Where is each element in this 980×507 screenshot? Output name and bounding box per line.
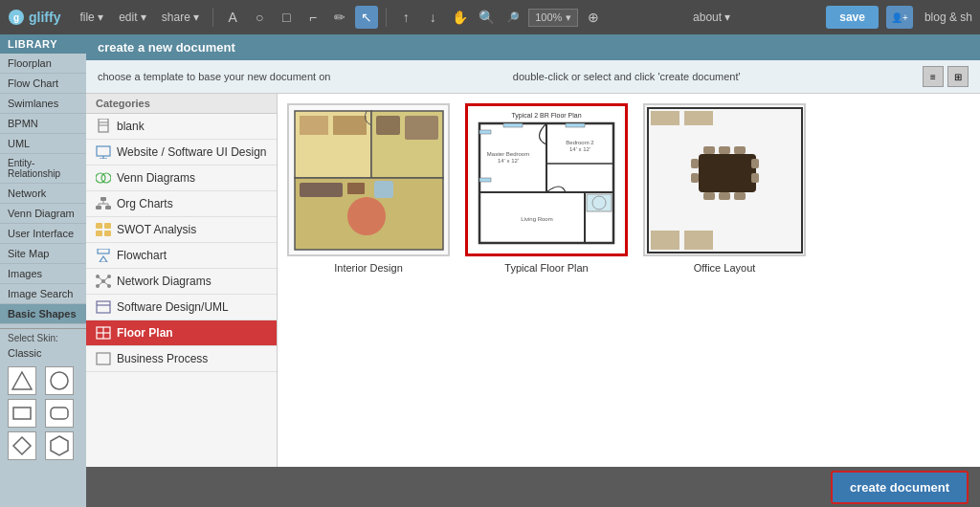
svg-rect-71 [503,123,523,127]
sidebar-item-imagesearch[interactable]: Image Search [0,284,86,304]
subtext-right: double-click or select and click 'create… [513,71,741,82]
move-down-btn[interactable]: ↓ [421,6,444,29]
svg-point-50 [347,197,386,235]
cat-blank-label: blank [117,120,145,133]
svg-rect-27 [98,249,109,254]
cat-uml-label: Software Design/UML [117,300,229,314]
cat-blank[interactable]: blank [86,114,277,140]
sidebar-item-swimlanes[interactable]: Swimlanes [0,94,86,114]
sidebar-item-basicshapes[interactable]: Basic Shapes [0,304,86,324]
ellipse-tool[interactable]: ○ [248,6,271,29]
shape-grid [0,361,86,466]
pan-tool[interactable]: ✋ [448,6,471,29]
grid-view-btn[interactable]: ⊞ [947,66,969,87]
cat-flowchart[interactable]: Flowchart [86,243,277,269]
rect-tool[interactable]: □ [275,6,298,29]
subtext-left: choose a template to base your new docum… [98,71,330,82]
svg-rect-70 [479,178,491,182]
svg-text:Master Bedroom: Master Bedroom [487,151,529,157]
cat-business[interactable]: Business Process [86,346,277,372]
svg-rect-18 [105,206,111,209]
sidebar-item-venn[interactable]: Venn Diagram [0,204,86,224]
sidebar-item-flowchart[interactable]: Flow Chart [0,74,86,94]
share-menu[interactable]: share ▾ [156,9,205,26]
sidebar-item-images[interactable]: Images [0,264,86,284]
cat-website[interactable]: Website / Software UI Design [86,140,277,165]
sidebar-item-ui[interactable]: User Interface [0,224,86,244]
create-document-button[interactable]: create document [831,471,969,504]
svg-rect-83 [691,159,699,168]
circle-shape[interactable] [45,366,74,395]
svg-line-37 [103,281,109,286]
hexagon-shape[interactable] [45,431,74,460]
cat-flowchart-label: Flowchart [117,249,167,262]
separator-1 [212,8,213,27]
svg-rect-90 [684,231,713,250]
sidebar-item-entity[interactable]: Entity-Relationship [0,154,86,184]
line-tool[interactable]: ⌐ [301,6,324,29]
triangle-shape[interactable] [8,366,36,395]
template-typical-label: Typical Floor Plan [504,262,588,274]
svg-rect-69 [479,130,491,134]
fit-btn[interactable]: ⊕ [582,6,605,29]
file-menu[interactable]: file ▾ [74,9,109,26]
move-up-btn[interactable]: ↑ [394,6,417,29]
svg-rect-79 [734,146,746,154]
svg-point-14 [96,173,105,183]
monitor-icon [96,144,111,160]
sidebar-item-floorplan[interactable]: Floorplan [0,54,86,74]
svg-rect-24 [104,223,111,229]
cat-venn[interactable]: Venn Diagrams [86,165,277,191]
svg-rect-11 [97,146,110,156]
save-button[interactable]: save [826,6,879,29]
doc-icon [96,119,111,134]
cat-org-label: Org Charts [117,197,173,210]
cat-uml[interactable]: Software Design/UML [86,295,277,320]
sidebar-item-uml[interactable]: UML [0,134,86,154]
add-user-btn[interactable]: 👤+ [886,6,913,29]
sidebar-item-network[interactable]: Network [0,184,86,204]
sidebar-item-bpmn[interactable]: BPMN [0,114,86,134]
svg-text:14' x 12': 14' x 12' [498,158,519,164]
text-tool[interactable]: A [221,6,244,29]
svg-rect-5 [51,408,68,419]
zoom-in-btn[interactable]: 🔍 [475,6,498,29]
svg-rect-77 [703,146,715,154]
pen-tool[interactable]: ✏ [328,6,351,29]
svg-point-3 [51,372,68,389]
list-view-btn[interactable]: ≡ [923,66,944,87]
app-name: gliffy [29,10,60,25]
svg-rect-53 [300,116,328,135]
diamond-shape[interactable] [8,431,36,460]
svg-rect-4 [13,408,31,419]
cat-swot[interactable]: SWOT Analysis [86,217,277,243]
template-interior-thumb[interactable] [287,103,450,256]
org-icon [96,196,111,211]
svg-rect-51 [347,183,365,194]
categories-panel: Categories blank Website / Software UI D… [86,94,278,467]
template-interior[interactable]: Interior Design [287,103,450,274]
about-label[interactable]: about ▾ [687,9,736,26]
svg-rect-38 [97,301,110,313]
cat-org[interactable]: Org Charts [86,191,277,217]
svg-rect-26 [104,231,111,236]
cat-floorplan[interactable]: Floor Plan [86,320,277,346]
select-tool[interactable]: ↖ [355,6,378,29]
template-typical[interactable]: Typical 2 BR Floor Plan Master Bedroom [465,103,628,274]
edit-menu[interactable]: edit ▾ [113,9,152,26]
template-office-thumb[interactable] [643,103,806,256]
template-office[interactable]: Office Layout [643,103,806,274]
svg-rect-52 [300,183,343,197]
svg-rect-86 [751,173,759,183]
sidebar-item-sitemap[interactable]: Site Map [0,244,86,264]
cat-venn-label: Venn Diagrams [117,171,195,185]
rect-shape[interactable] [8,399,36,428]
cat-network[interactable]: Network Diagrams [86,269,277,295]
svg-text:g: g [13,12,19,23]
template-typical-thumb[interactable]: Typical 2 BR Floor Plan Master Bedroom [465,103,628,256]
svg-line-35 [103,276,109,281]
blog-link[interactable]: blog & sh [924,11,972,24]
rounded-rect-shape[interactable] [45,399,74,428]
svg-rect-82 [734,192,746,200]
zoom-out-btn[interactable]: 🔎 [501,6,524,29]
